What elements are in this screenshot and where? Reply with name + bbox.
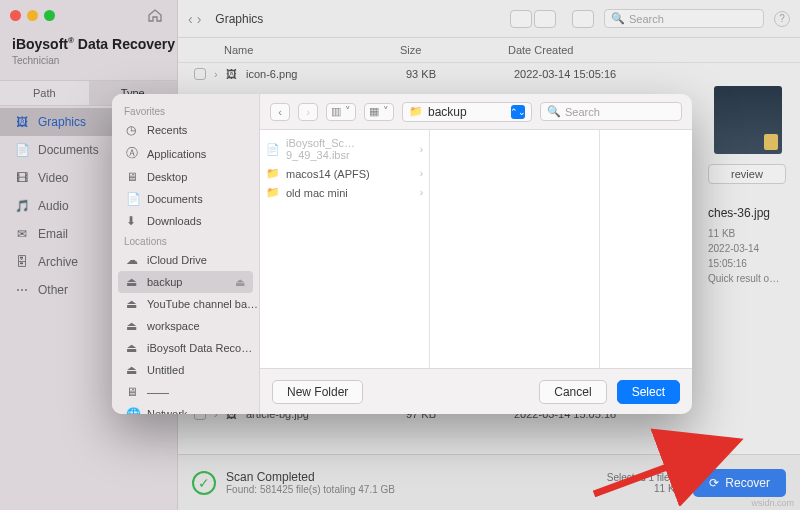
sidebar-item-label: Applications: [147, 148, 206, 160]
location-label: backup: [428, 105, 467, 119]
favorite-item[interactable]: ◷Recents: [112, 119, 259, 141]
folder-icon: 📁: [409, 105, 423, 118]
select-button[interactable]: Select: [617, 380, 680, 404]
sidebar-item-label: Untitled: [147, 364, 184, 376]
sidebar-item-label: ——: [147, 386, 169, 398]
column-item: 📄iBoysoft_Sc…9_49_34.ibsr›: [260, 134, 429, 164]
favorite-item[interactable]: ⬇︎Downloads: [112, 210, 259, 232]
eject-icon[interactable]: ⏏: [235, 276, 245, 289]
column-item-label: macos14 (APFS): [286, 168, 370, 180]
chevron-right-icon: ›: [420, 144, 423, 155]
cloud-icon: ☁︎: [126, 253, 140, 267]
location-item[interactable]: ⏏backup⏏: [118, 271, 253, 293]
file-picker-sheet: Favorites ◷RecentsⒶApplications🖥Desktop📄…: [112, 94, 692, 414]
sidebar-item-label: backup: [147, 276, 182, 288]
location-item[interactable]: ⏏workspace: [112, 315, 259, 337]
drive-icon: ⏏: [126, 275, 140, 289]
picker-col-2: [430, 130, 600, 368]
folder-icon: 📁: [266, 167, 280, 180]
sidebar-item-label: workspace: [147, 320, 200, 332]
sidebar-item-label: Network: [147, 408, 187, 414]
new-folder-button[interactable]: New Folder: [272, 380, 363, 404]
picker-search[interactable]: 🔍 Search: [540, 102, 682, 121]
sidebar-item-label: Desktop: [147, 171, 187, 183]
folder-icon: 📁: [266, 186, 280, 199]
favorite-item[interactable]: ⒶApplications: [112, 141, 259, 166]
apps-icon: Ⓐ: [126, 145, 140, 162]
chevron-updown-icon: ⌃⌄: [511, 105, 525, 119]
column-item[interactable]: 📁old mac mini›: [260, 183, 429, 202]
location-item[interactable]: 🌐Network: [112, 403, 259, 414]
search-icon: 🔍: [547, 105, 561, 118]
sidebar-item-label: iBoysoft Data Reco…: [147, 342, 252, 354]
column-item-label: iBoysoft_Sc…9_49_34.ibsr: [286, 137, 414, 161]
cancel-button[interactable]: Cancel: [539, 380, 606, 404]
picker-col-3: [600, 130, 692, 368]
docs-icon: 📄: [126, 192, 140, 206]
column-item[interactable]: 📁macos14 (APFS)›: [260, 164, 429, 183]
sidebar-item-label: Downloads: [147, 215, 201, 227]
favorites-header: Favorites: [112, 102, 259, 119]
drive-icon: ⏏: [126, 297, 140, 311]
picker-col-1: 📄iBoysoft_Sc…9_49_34.ibsr›📁macos14 (APFS…: [260, 130, 430, 368]
downloads-icon: ⬇︎: [126, 214, 140, 228]
picker-forward-icon[interactable]: ›: [298, 103, 318, 121]
chevron-right-icon: ›: [420, 187, 423, 198]
favorite-item[interactable]: 📄Documents: [112, 188, 259, 210]
location-item[interactable]: ⏏Untitled: [112, 359, 259, 381]
location-popup[interactable]: 📁 backup ⌃⌄: [402, 102, 532, 122]
picker-sidebar: Favorites ◷RecentsⒶApplications🖥Desktop📄…: [112, 94, 260, 414]
watermark: wsidn.com: [751, 498, 794, 508]
display-icon: 🖥: [126, 385, 140, 399]
clock-icon: ◷: [126, 123, 140, 137]
favorite-item[interactable]: 🖥Desktop: [112, 166, 259, 188]
location-item[interactable]: ☁︎iCloud Drive: [112, 249, 259, 271]
sidebar-item-label: iCloud Drive: [147, 254, 207, 266]
location-item[interactable]: ⏏YouTube channel ba…: [112, 293, 259, 315]
chevron-right-icon: ›: [420, 168, 423, 179]
sidebar-item-label: Recents: [147, 124, 187, 136]
location-item[interactable]: ⏏iBoysoft Data Reco…: [112, 337, 259, 359]
picker-bottom: New Folder Cancel Select: [260, 368, 692, 414]
sidebar-item-label: Documents: [147, 193, 203, 205]
desktop-icon: 🖥: [126, 170, 140, 184]
locations-header: Locations: [112, 232, 259, 249]
drive-icon: ⏏: [126, 341, 140, 355]
drive-icon: ⏏: [126, 363, 140, 377]
network-icon: 🌐: [126, 407, 140, 414]
sidebar-item-label: YouTube channel ba…: [147, 298, 258, 310]
group-icon[interactable]: ▦ ˅: [364, 103, 394, 121]
picker-columns: 📄iBoysoft_Sc…9_49_34.ibsr›📁macos14 (APFS…: [260, 130, 692, 368]
location-item[interactable]: 🖥——: [112, 381, 259, 403]
file-icon: 📄: [266, 143, 280, 156]
picker-toolbar: ‹ › ▥ ˅ ▦ ˅ 📁 backup ⌃⌄ 🔍 Search: [260, 94, 692, 130]
picker-back-icon[interactable]: ‹: [270, 103, 290, 121]
column-item-label: old mac mini: [286, 187, 348, 199]
column-view-icon[interactable]: ▥ ˅: [326, 103, 356, 121]
drive-icon: ⏏: [126, 319, 140, 333]
